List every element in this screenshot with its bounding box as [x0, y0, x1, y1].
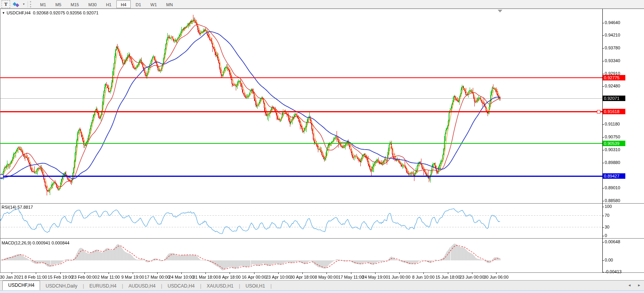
tab-scroll-arrows: ◄ ► — [628, 283, 641, 287]
timeframe-button-w1[interactable]: W1 — [146, 0, 161, 8]
chart-tab-usoil-h1[interactable]: USOil,H1 — [240, 282, 270, 290]
chart-tab-audusd-h4[interactable]: AUDUSD,H4 — [123, 282, 161, 290]
chart-tab-usdcad-h4[interactable]: USDCAD,H4 — [162, 282, 200, 290]
toolbar-drag-handle[interactable] — [30, 1, 33, 7]
chart-tab-usdchf-h4[interactable]: USDCHF,H4 — [2, 281, 40, 290]
dropdown-caret-icon: ▾ — [23, 2, 25, 6]
timeframe-button-h4[interactable]: H4 — [116, 0, 130, 8]
chart-tabs-bar: USDCHF,H4USDCNH,Daily|EURUSD,H4|AUDUSD,H… — [0, 280, 644, 290]
timeframe-button-m1[interactable]: M1 — [36, 0, 50, 8]
chart-tab-xauusd-h1[interactable]: XAUUSD,H1 — [201, 282, 239, 290]
chart-tab-eurusd-h4[interactable]: EURUSD,H4 — [84, 282, 122, 290]
chart-tabs: USDCHF,H4USDCNH,Daily|EURUSD,H4|AUDUSD,H… — [0, 281, 644, 290]
timeframe-button-m30[interactable]: M30 — [84, 0, 101, 8]
timeframe-button-m15[interactable]: M15 — [67, 0, 83, 8]
timeframe-button-group: M1M5M15M30H1H4D1W1MN — [35, 0, 177, 9]
styles-palette-button[interactable]: ▾ — [12, 1, 25, 8]
tab-separator: | — [270, 282, 272, 290]
timeframe-button-d1[interactable]: D1 — [132, 0, 146, 8]
top-toolbar: T ▾ M1M5M15M30H1H4D1W1MN — [0, 0, 644, 9]
chart-tab-usdcnh-daily[interactable]: USDCNH,Daily — [40, 282, 82, 290]
tab-scroll-right-button[interactable]: ► — [637, 283, 641, 287]
timeframe-button-m5[interactable]: M5 — [51, 0, 65, 8]
toolbar-separator — [28, 1, 28, 7]
text-tool-button[interactable]: T — [2, 0, 10, 8]
chart-canvas[interactable] — [0, 9, 644, 280]
chart-window: ▼USDCHF,H4 0.92068 0.92075 0.92056 0.920… — [0, 9, 644, 280]
status-bar — [0, 290, 644, 293]
timeframe-button-h1[interactable]: H1 — [102, 0, 116, 8]
timeframe-button-mn[interactable]: MN — [162, 0, 177, 8]
tab-scroll-left-button[interactable]: ◄ — [628, 283, 631, 287]
